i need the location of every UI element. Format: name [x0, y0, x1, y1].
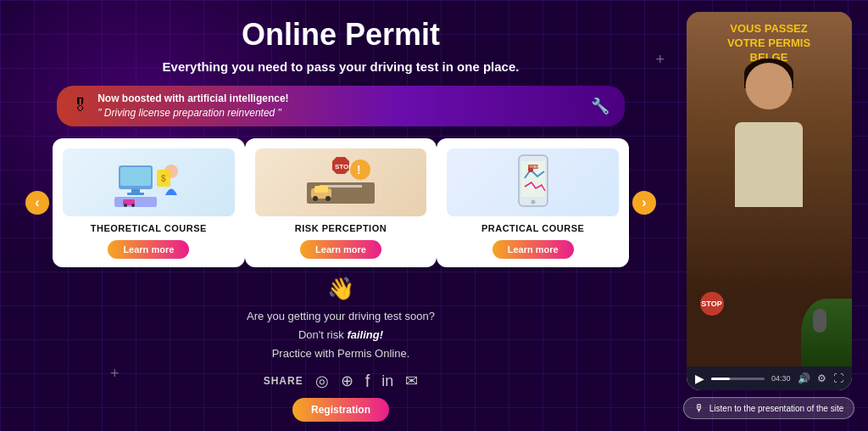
practical-illustration: START — [504, 153, 563, 212]
svg-text:!: ! — [357, 163, 361, 176]
video-time: 04:30 — [771, 374, 791, 383]
risk-learn-more-button[interactable]: Learn more — [300, 240, 381, 259]
share-label: SHARE — [264, 375, 303, 387]
risk-illustration: STOP ! — [303, 153, 379, 212]
messenger-share-icon[interactable]: ⊕ — [341, 372, 353, 390]
theoretical-course-title: THEORETICAL COURSE — [91, 223, 207, 233]
svg-point-17 — [313, 196, 318, 201]
practical-course-title: PRACTICAL COURSE — [481, 223, 584, 233]
person-body — [735, 122, 803, 207]
prev-arrow-button[interactable]: ‹ — [25, 191, 49, 215]
risk-perception-title: RISK PERCEPTION — [295, 223, 387, 233]
ai-banner-left-icon: 🎖 — [72, 96, 89, 115]
share-row: SHARE ◎ ⊕ f in ✉ — [264, 372, 419, 391]
svg-text:START: START — [530, 165, 541, 169]
video-progress-fill — [711, 378, 730, 380]
risk-card-image: STOP ! — [255, 148, 427, 216]
svg-rect-2 — [131, 189, 140, 193]
fullscreen-icon[interactable]: ⛶ — [833, 372, 843, 384]
play-button[interactable]: ▶ — [695, 372, 704, 385]
theoretical-illustration: $ — [110, 153, 186, 212]
listen-presentation-button[interactable]: 🎙 Listen to the presentation of the site — [683, 397, 854, 419]
whatsapp-share-icon[interactable]: ◎ — [315, 372, 329, 390]
facebook-share-icon[interactable]: f — [365, 372, 370, 391]
microphone-prop — [813, 309, 826, 333]
bottom-text: Are you getting your driving test soon? … — [247, 307, 435, 363]
hand-icon-wrap: 👋 — [327, 276, 354, 302]
listen-btn-label: Listen to the presentation of the site — [709, 404, 843, 413]
content-wrapper: Online Permit Everything you need to pas… — [0, 0, 868, 431]
svg-rect-3 — [127, 193, 144, 195]
svg-rect-1 — [120, 167, 151, 186]
svg-point-8 — [131, 204, 135, 207]
stop-badge: STOP — [700, 292, 724, 316]
svg-text:$: $ — [161, 174, 166, 183]
svg-rect-16 — [314, 186, 328, 193]
ai-banner-text: Now boosted with artificial intelligence… — [97, 92, 288, 120]
video-top: VOUS PASSEZ VOTRE PERMIS BELGE STOP — [687, 12, 852, 367]
hand-wave-icon: 👋 — [327, 276, 354, 302]
plants-decoration — [801, 299, 852, 367]
settings-icon[interactable]: ⚙ — [817, 372, 826, 384]
email-share-icon[interactable]: ✉ — [405, 372, 418, 390]
theoretical-course-card: $ THEORETICAL COURSE Learn more — [53, 138, 245, 267]
main-title: Online Permit — [242, 17, 440, 53]
theoretical-learn-more-button[interactable]: Learn more — [108, 240, 189, 259]
right-panel: VOUS PASSEZ VOTRE PERMIS BELGE STOP ▶ 04 — [682, 0, 868, 431]
svg-point-18 — [326, 196, 331, 201]
registration-button[interactable]: Registration — [292, 398, 389, 422]
video-controls: ▶ 04:30 🔊 ⚙ ⛶ — [687, 367, 852, 390]
ai-banner: 🎖 Now boosted with artificial intelligen… — [57, 86, 625, 126]
linkedin-share-icon[interactable]: in — [381, 372, 393, 390]
svg-point-27 — [531, 199, 535, 204]
practical-learn-more-button[interactable]: Learn more — [492, 240, 574, 259]
risk-perception-card: STOP ! RISK PERCEPTION Learn more — [245, 138, 437, 267]
left-panel: Online Permit Everything you need to pas… — [0, 0, 682, 431]
person-head — [746, 63, 793, 109]
theoretical-card-image: $ — [63, 148, 235, 216]
next-arrow-button[interactable]: › — [632, 191, 656, 215]
volume-icon[interactable]: 🔊 — [798, 372, 810, 384]
svg-point-7 — [124, 204, 127, 207]
svg-rect-5 — [114, 197, 157, 207]
main-subtitle: Everything you need to pass your driving… — [163, 58, 520, 76]
listen-wave-icon: 🎙 — [694, 402, 704, 414]
video-card: VOUS PASSEZ VOTRE PERMIS BELGE STOP ▶ 04 — [687, 12, 852, 390]
ai-banner-right-icon: 🔧 — [591, 97, 609, 115]
practical-course-card: START PRACTICAL COURSE Learn more — [437, 138, 629, 267]
practical-card-image: START — [447, 148, 619, 216]
video-progress-bar[interactable] — [711, 378, 765, 380]
